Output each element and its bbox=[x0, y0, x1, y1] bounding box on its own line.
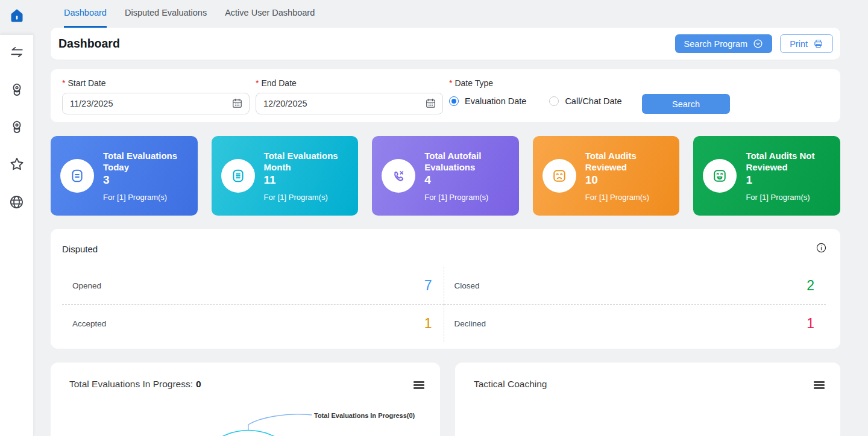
disputed-opened-label: Opened bbox=[72, 281, 101, 290]
end-date-input[interactable] bbox=[256, 93, 443, 114]
charts-row: Total Evaluations In Progress:0 Total Ev… bbox=[51, 363, 840, 436]
swap-icon[interactable] bbox=[8, 44, 25, 61]
stat-subtitle: For [1] Program(s) bbox=[264, 193, 350, 202]
stat-card-row: Total Evaluations Today 3 For [1] Progra… bbox=[51, 136, 840, 216]
evaluations-in-progress-chart-card: Total Evaluations In Progress:0 Total Ev… bbox=[51, 363, 440, 436]
chart-title: Tactical Coaching bbox=[474, 379, 547, 390]
info-icon[interactable] bbox=[816, 242, 827, 255]
tab-active-user-dashboard[interactable]: Active User Dashboard bbox=[225, 0, 315, 28]
sad-face-icon bbox=[551, 167, 568, 184]
pie-slice[interactable] bbox=[191, 431, 306, 436]
chevron-down-circle-icon bbox=[753, 39, 763, 49]
stat-circle bbox=[703, 159, 737, 193]
stat-circle bbox=[542, 159, 576, 193]
stat-value: 10 bbox=[585, 173, 671, 187]
missed-call-icon bbox=[390, 167, 407, 184]
stat-subtitle: For [1] Program(s) bbox=[585, 193, 671, 202]
home-logo[interactable] bbox=[8, 7, 26, 25]
stat-subtitle: For [1] Program(s) bbox=[103, 193, 189, 202]
disputed-declined-value: 1 bbox=[807, 316, 814, 332]
disputed-closed-row: Closed 2 bbox=[444, 267, 826, 305]
radio-evaluation-date[interactable] bbox=[449, 96, 459, 106]
end-date-label: * End Date bbox=[256, 78, 443, 88]
search-program-label: Search Program bbox=[684, 39, 748, 49]
document-list-icon bbox=[69, 167, 86, 184]
required-asterisk: * bbox=[256, 78, 259, 88]
stat-value: 3 bbox=[103, 173, 189, 187]
end-date-field: * End Date bbox=[256, 78, 443, 114]
date-type-label: * Date Type bbox=[449, 78, 639, 88]
quality-badge-icon[interactable] bbox=[8, 119, 25, 135]
stat-card-total-audits-not-reviewed[interactable]: Total Audits Not Reviewed 1 For [1] Prog… bbox=[693, 136, 840, 216]
required-asterisk: * bbox=[62, 78, 65, 88]
document-list-icon bbox=[230, 167, 247, 184]
header-actions: Search Program Print bbox=[675, 34, 833, 53]
stat-title: Total Autofail Evaluations bbox=[424, 150, 511, 173]
stat-circle bbox=[60, 159, 94, 193]
print-label: Print bbox=[790, 39, 808, 49]
quality-badge-icon[interactable] bbox=[8, 81, 25, 98]
disputed-accepted-row: Accepted 1 bbox=[62, 305, 444, 342]
radio-call-chat-date[interactable] bbox=[549, 96, 559, 106]
page-header: Dashboard Search Program Print bbox=[51, 28, 840, 60]
tactical-coaching-chart-card: Tactical Coaching bbox=[455, 363, 840, 436]
start-date-label: * Start Date bbox=[62, 78, 250, 88]
stat-value: 11 bbox=[264, 173, 350, 187]
calendar-icon[interactable] bbox=[231, 98, 243, 111]
tab-disputed-evaluations[interactable]: Disputed Evaluations bbox=[125, 0, 207, 28]
stat-card-total-evaluations-month[interactable]: Total Evaluations Month 11 For [1] Progr… bbox=[212, 136, 359, 216]
stat-title: Total Audits Reviewed bbox=[585, 150, 671, 173]
stat-card-total-audits-reviewed[interactable]: Total Audits Reviewed 10 For [1] Program… bbox=[533, 136, 680, 216]
stat-card-total-evaluations-today[interactable]: Total Evaluations Today 3 For [1] Progra… bbox=[51, 136, 198, 216]
stat-value: 4 bbox=[424, 173, 511, 187]
stat-subtitle: For [1] Program(s) bbox=[424, 193, 511, 202]
stat-title: Total Audits Not Reviewed bbox=[746, 150, 832, 173]
happy-face-icon bbox=[711, 167, 728, 184]
disputed-accepted-label: Accepted bbox=[72, 319, 106, 328]
page-title: Dashboard bbox=[58, 37, 120, 51]
printer-icon bbox=[813, 39, 823, 49]
disputed-declined-label: Declined bbox=[454, 319, 486, 328]
disputed-closed-value: 2 bbox=[807, 278, 814, 294]
disputed-closed-label: Closed bbox=[454, 281, 480, 290]
search-program-button[interactable]: Search Program bbox=[675, 34, 773, 53]
disputed-opened-value: 7 bbox=[424, 278, 432, 294]
tab-dashboard[interactable]: Dashboard bbox=[64, 0, 107, 28]
start-date-field: * Start Date bbox=[62, 78, 250, 114]
radio-call-chat-date-label[interactable]: Call/Chat Date bbox=[565, 96, 621, 106]
radio-evaluation-date-label[interactable]: Evaluation Date bbox=[465, 96, 526, 106]
disputed-accepted-value: 1 bbox=[424, 316, 432, 332]
home-logo-icon bbox=[8, 7, 26, 25]
stat-title: Total Evaluations Today bbox=[103, 150, 189, 173]
stat-card-total-autofail-evaluations[interactable]: Total Autofail Evaluations 4 For [1] Pro… bbox=[372, 136, 519, 216]
in-progress-pie-chart[interactable]: Total Evaluations In Progress(0) bbox=[51, 363, 440, 436]
left-sidebar bbox=[0, 35, 34, 436]
disputed-panel: Disputed Opened 7 Closed 2 Accepted 1 De… bbox=[51, 229, 840, 349]
disputed-declined-row: Declined 1 bbox=[444, 305, 826, 342]
filter-panel: * Start Date * End Date bbox=[51, 69, 840, 122]
disputed-grid: Opened 7 Closed 2 Accepted 1 Declined 1 bbox=[62, 267, 826, 342]
chart-context-menu-icon[interactable] bbox=[814, 381, 825, 389]
date-type-field: * Date Type Evaluation Date Call/Chat Da… bbox=[449, 78, 639, 106]
disputed-title: Disputed bbox=[62, 244, 826, 254]
star-icon[interactable] bbox=[8, 156, 25, 173]
start-date-input[interactable] bbox=[62, 93, 250, 114]
print-button[interactable]: Print bbox=[780, 34, 833, 53]
top-tab-bar: Dashboard Disputed Evaluations Active Us… bbox=[51, 0, 840, 28]
calendar-icon[interactable] bbox=[425, 98, 436, 111]
required-asterisk: * bbox=[449, 78, 452, 88]
disputed-opened-row: Opened 7 bbox=[62, 267, 444, 305]
stat-circle bbox=[382, 159, 415, 193]
globe-icon[interactable] bbox=[8, 193, 25, 210]
main-content: Dashboard Disputed Evaluations Active Us… bbox=[33, 0, 868, 436]
stat-value: 1 bbox=[746, 173, 832, 187]
stat-subtitle: For [1] Program(s) bbox=[746, 193, 832, 202]
stat-circle bbox=[221, 159, 255, 193]
stat-title: Total Evaluations Month bbox=[264, 150, 350, 173]
pie-data-label: Total Evaluations In Progress(0) bbox=[314, 412, 415, 419]
search-button[interactable]: Search bbox=[642, 94, 730, 114]
